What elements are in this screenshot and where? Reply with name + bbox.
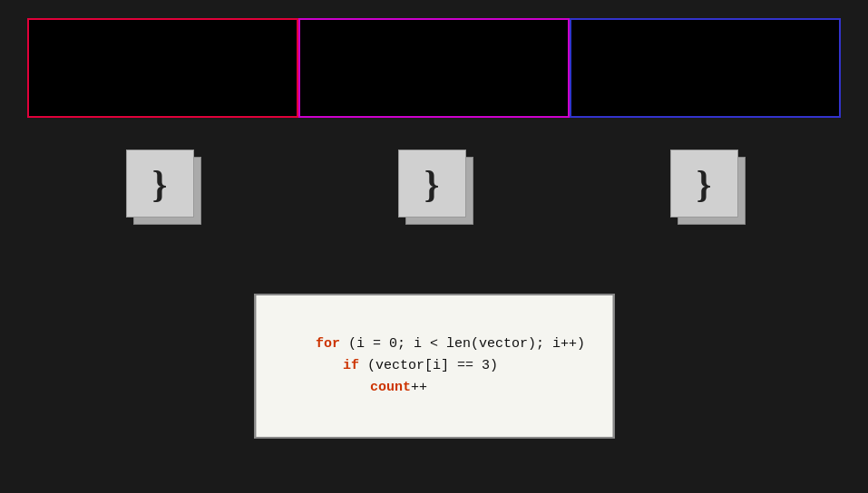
json-icon-front-right: }	[670, 150, 738, 218]
keyword-if: if	[343, 358, 359, 373]
red-box	[27, 18, 298, 118]
blue-box	[570, 18, 841, 118]
code-line1-rest: (i = 0; i < len(vector); i++)	[340, 336, 585, 352]
code-block: for (i = 0; i < len(vector); i++) if (ve…	[254, 294, 614, 439]
code-line3-rest: ++	[411, 380, 427, 395]
code-section: for (i = 0; i < len(vector); i++) if (ve…	[254, 294, 614, 439]
json-icon-center: }	[398, 150, 471, 222]
brace-icon-center: }	[424, 165, 440, 203]
code-count: count	[370, 380, 411, 395]
brace-icon-left: }	[152, 165, 168, 203]
code-line2-rest: (vector[i] == 3)	[359, 358, 498, 373]
json-icon-front-center: }	[398, 150, 466, 218]
json-icon-front-left: }	[126, 150, 194, 218]
keyword-for: for	[316, 336, 340, 352]
json-icon-right: }	[670, 150, 743, 222]
top-section	[27, 18, 841, 118]
brace-icon-right: }	[697, 165, 712, 203]
middle-section: } } }	[0, 150, 868, 222]
magenta-box	[298, 18, 570, 118]
json-icon-left: }	[126, 150, 199, 222]
